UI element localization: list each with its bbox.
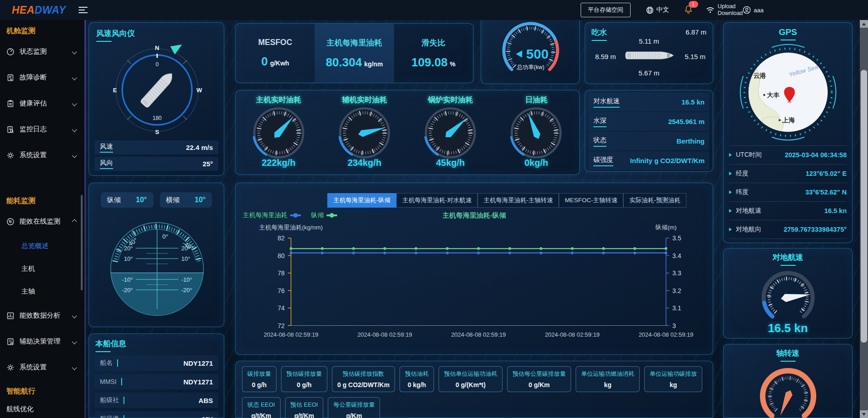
metric-value: g/Km: [346, 412, 362, 418]
mesfoc-title: MESFOC: [258, 38, 292, 47]
voyage-status-panel: 对水航速16.5 kn 水深2545.961 m 状态Berthing 碳强度I…: [585, 90, 713, 172]
scale-label: -10°: [122, 276, 133, 283]
left-axis-label: 主机每海里油耗(kg/nm): [259, 224, 323, 231]
metric-chip: 单位运输功碳排放kg: [644, 366, 702, 392]
slip-ratio-unit: %: [450, 60, 455, 68]
right-axis-label: 纵倾(m): [655, 224, 676, 231]
tab-mesfoc-shaft-speed[interactable]: MESFOC-主轴转速: [559, 193, 623, 208]
health-assessment-icon: [6, 100, 15, 108]
metric-label: 状态 EEOI: [247, 401, 275, 409]
gps-row-value: 2025-03-04 06:34:58: [785, 151, 847, 159]
sidebar-subitem-overview[interactable]: 总览概述: [0, 234, 84, 257]
total-power-gauge: 500 总功率(kw): [481, 17, 580, 84]
user-icon: [743, 6, 751, 14]
gps-row-label: 经度: [736, 169, 749, 178]
row-label: 水深: [593, 116, 607, 127]
tab-fuel-stw[interactable]: 主机每海里油耗-对水航速: [396, 193, 478, 208]
chevron-down-icon: [72, 49, 77, 54]
sidebar-subitem-main-engine[interactable]: 主机: [0, 257, 84, 280]
headway-logo: HEADWAY: [12, 4, 66, 16]
top-header: HEADWAY 平台存储空间 中文 1 UploadDownload aaa: [0, 0, 868, 20]
scale-label: 20°: [181, 245, 190, 252]
wind-compass: N S E W 0 180: [109, 41, 205, 137]
chevron-down-icon: [72, 75, 77, 80]
sog-gauge: [743, 268, 833, 324]
storage-space-button[interactable]: 平台存储空间: [581, 3, 631, 17]
shaft-speed-panel: 轴转速: [723, 344, 853, 418]
legend-item-fuel[interactable]: 主机每海里油耗: [243, 211, 301, 219]
daily-fuel-cell: 日油耗 0kg/h: [493, 90, 579, 174]
sidebar-item-label: 状态监测: [20, 47, 68, 56]
sidebar-item-status-monitor[interactable]: 状态监测: [0, 39, 84, 65]
scroll-down-button[interactable]: [860, 410, 868, 418]
x-tick: 2024-08-08 02:59:19: [264, 331, 319, 338]
scroll-up-button[interactable]: [860, 20, 868, 28]
legend-label: 主机每海里油耗: [243, 211, 287, 219]
sidebar-item-label: 系统设置: [20, 151, 68, 159]
metric-chip: 预估油耗0 kg/h: [399, 366, 434, 392]
sidebar-scrollbar[interactable]: [81, 195, 83, 290]
slip-ratio-title: 滑失比: [422, 37, 446, 48]
upload-download-button[interactable]: UploadDownload: [706, 3, 743, 17]
sidebar-item-system-settings[interactable]: 系统设置: [0, 142, 84, 168]
sidebar-item-health-assessment[interactable]: 健康评估: [0, 90, 84, 116]
language-switch[interactable]: 中文: [646, 6, 669, 14]
gear-icon: [6, 151, 15, 159]
draft-max-value: 6.87 m: [686, 28, 706, 36]
x-tick: 2024-08-08 02:59:19: [545, 331, 600, 338]
gps-row-label: UTC时间: [736, 151, 762, 159]
legend-item-trim[interactable]: 纵倾: [311, 211, 337, 219]
metric-chip: 碳排放量0 g/h: [242, 366, 276, 392]
globe-icon: [646, 6, 654, 14]
chevron-down-icon: [72, 153, 77, 158]
fuel-gauge: [416, 105, 484, 159]
y-tick: 74: [277, 304, 285, 312]
sidebar-item-energy-online[interactable]: 能效在线监测: [0, 209, 84, 234]
tab-fuel-shaft-speed[interactable]: 主机每海里油耗-主轴转速: [478, 193, 559, 208]
status-monitor-icon: [6, 48, 15, 56]
gps-panel-title: GPS: [724, 27, 852, 40]
metric-label: 单位运输功燃油消耗: [581, 370, 634, 378]
gps-row-label: 对地航速: [736, 207, 761, 215]
row-label: 状态: [593, 136, 607, 147]
wind-speed-row: 风速 22.4 m/s: [94, 140, 218, 154]
user-menu[interactable]: aaa: [743, 6, 764, 14]
sidebar-item-route-optimization[interactable]: 航线优化: [0, 399, 84, 418]
download-label: Download: [718, 10, 743, 16]
draft-ship-icon: [621, 48, 681, 63]
gps-row-utc: UTC时间2025-03-04 06:34:58: [729, 145, 847, 164]
tab-actual-vs-predicted[interactable]: 实际油耗-预测油耗: [623, 193, 686, 208]
sidebar-subitem-main-shaft[interactable]: 主轴: [0, 280, 84, 303]
scale-label: 10°: [181, 255, 190, 262]
metrics-row-2: 状态 EEOIg/t/Km 预估 EEOIg/t/Km 每公里碳排放量g/Km: [236, 397, 713, 418]
sidebar-item-label: 故障诊断: [20, 73, 68, 82]
gauge-title: 日油耗: [525, 95, 548, 105]
y-tick: 76: [277, 287, 285, 294]
sidebar-item-monitor-log[interactable]: 监控日志: [0, 116, 84, 142]
tab-fuel-trim[interactable]: 主机每海里油耗-纵倾: [327, 193, 396, 208]
ship-info-panel: 本船信息 船名NDY1271 MMSINDY1271 船级社ABS 船籍港MH: [89, 333, 224, 418]
y-tick: 80: [277, 252, 285, 259]
metric-label: 预估油耗: [405, 370, 429, 378]
scrollbar-thumb[interactable]: [861, 70, 867, 343]
chart-tabs: 主机每海里油耗-纵倾 主机每海里油耗-对水航速 主机每海里油耗-主轴转速 MES…: [268, 193, 745, 208]
line-chart: 主机每海里油耗(kg/nm) 纵倾(m) 82 80 78 76 74 72 3…: [236, 222, 714, 354]
gps-map[interactable]: 云港 大丰 京 上海 Yellow Sea: [736, 42, 840, 145]
sidebar-item-fault-diagnosis[interactable]: 故障诊断: [0, 65, 84, 90]
sidebar-item-decision-support[interactable]: 辅助决策管理: [0, 328, 84, 354]
menu-collapse-icon[interactable]: [79, 7, 88, 13]
y2-tick: 3.5: [672, 234, 681, 242]
gps-row-longitude: 经度123°6'5.02" E: [729, 164, 847, 183]
gps-row-value: 123°6'5.02" E: [806, 170, 847, 177]
sidebar-item-label: 能效在线监测: [20, 217, 68, 226]
logo-part-blue: DWAY: [35, 4, 66, 16]
chevron-down-icon: [72, 339, 77, 344]
page-scrollbar[interactable]: [860, 20, 868, 418]
monitor-log-icon: [6, 125, 15, 134]
scale-label: 0°: [162, 233, 168, 240]
sidebar-item-energy-analysis[interactable]: 能效数据分析: [0, 303, 84, 328]
gauge-title: 主机实时油耗: [256, 95, 301, 105]
sidebar-item-system-settings-2[interactable]: 系统设置: [0, 354, 84, 380]
power-pointer-icon: [516, 50, 522, 58]
notifications-button[interactable]: 1: [685, 5, 692, 15]
